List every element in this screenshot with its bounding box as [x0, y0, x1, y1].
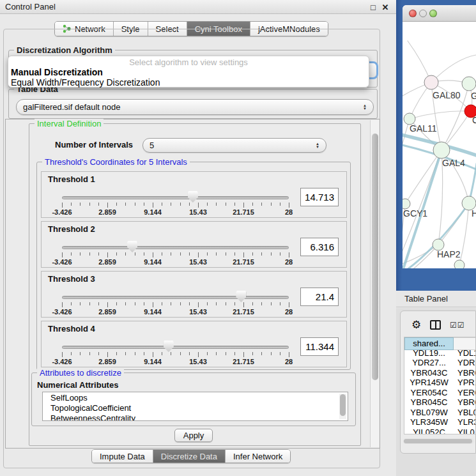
threshold-slider-thumb[interactable] [127, 241, 137, 252]
slider-tick [289, 302, 289, 307]
table-hscrollbar-thumb[interactable] [404, 439, 472, 443]
threshold-label: Threshold 1 [48, 174, 95, 184]
numerical-attributes-list[interactable]: SelfLoopsTopologicalCoefficientBetweenne… [42, 392, 348, 421]
table-row[interactable]: YER054CYER0 [404, 387, 475, 397]
algorithm-option[interactable]: Equal Width/Frequency Discretization [8, 77, 369, 88]
slider-tick [280, 203, 280, 206]
slider-tick [234, 203, 235, 206]
slider-tick [252, 302, 253, 305]
threshold-label: Threshold 2 [48, 224, 95, 234]
attributes-list-scrollbar[interactable] [339, 394, 346, 419]
attribute-list-item[interactable]: TopologicalCoefficient [43, 403, 348, 413]
slider-tick [216, 352, 217, 355]
threshold-value-field[interactable]: 11.344 [300, 337, 339, 356]
number-of-intervals-combo[interactable]: 5 ▲▼ [142, 138, 326, 153]
network-canvas[interactable]: GAL80GCGAL11GAL4GCY1HHAP2 [403, 22, 476, 268]
attribute-list-item[interactable]: BetweennessCentrality [43, 413, 348, 421]
float-window-icon[interactable]: □ [368, 3, 378, 13]
tab-label: Infer Network [233, 452, 282, 461]
threshold-panel: Threshold 1-3.4262.8599.14415.4321.71528… [41, 171, 347, 218]
threshold-slider-thumb[interactable] [164, 341, 174, 352]
slider-tick [116, 302, 117, 305]
table-row[interactable]: YPR145WYPR1 [404, 377, 475, 387]
slider-tick-label: 2.859 [98, 358, 116, 365]
table-row[interactable]: YBL079WYBL0 [404, 407, 475, 417]
table-row[interactable]: YDL19...YDL1 [404, 348, 475, 358]
control-panel-titlebar: Control Panel □ ✕ [0, 0, 396, 14]
slider-tick [226, 203, 226, 206]
table-header-row: shared...n [404, 337, 475, 348]
main-vertical-scrollbar[interactable] [370, 120, 379, 447]
close-traffic-light-icon[interactable] [409, 10, 417, 17]
slider-tick [80, 203, 81, 206]
slider-tick [135, 203, 135, 206]
network-node-label: GAL4 [442, 158, 465, 168]
threshold-value-field[interactable]: 14.713 [300, 188, 339, 206]
slider-tick [243, 352, 244, 357]
network-edge[interactable] [410, 111, 471, 119]
table-horizontal-scrollbar[interactable] [403, 438, 474, 444]
slider-tick [180, 203, 181, 206]
node-table[interactable]: shared...n YDL19...YDL1YDR27...YDR2YBR04… [404, 337, 475, 434]
attribute-list-item[interactable]: SelfLoops [43, 392, 348, 403]
threshold-slider-track[interactable] [62, 196, 289, 199]
threshold-slider-track[interactable] [62, 296, 289, 299]
threshold-slider-track[interactable] [62, 346, 289, 349]
slider-tick [289, 352, 289, 357]
slider-tick [252, 203, 253, 206]
threshold-value-field[interactable]: 6.316 [300, 238, 339, 256]
threshold-slider-thumb[interactable] [188, 191, 198, 203]
slider-tick [98, 252, 99, 256]
table-row[interactable]: YIL052CYIL0 [404, 427, 475, 435]
network-edge[interactable] [405, 150, 441, 204]
network-edge[interactable] [459, 203, 469, 265]
slider-tick [271, 302, 272, 305]
slider-tick [271, 203, 272, 206]
slider-tick-label: 9.144 [144, 308, 162, 316]
zoom-traffic-light-icon[interactable] [429, 10, 437, 17]
table-cell: YDR2 [454, 357, 475, 367]
network-node-gal4[interactable] [433, 142, 450, 158]
slider-tick-label: -3.426 [52, 258, 72, 266]
select-columns-icons[interactable]: ☑☑ [450, 321, 465, 330]
table-cell: YIL0 [454, 427, 475, 435]
table-row[interactable]: YBR045CYBR0 [404, 397, 475, 407]
slider-tick-label: 28 [285, 258, 293, 266]
tab-impute-data[interactable]: Impute Data [92, 450, 153, 463]
threshold-value-field[interactable]: 21.4 [300, 288, 339, 306]
table-row[interactable]: YDR27...YDR2 [404, 357, 475, 367]
network-node-gcy1[interactable] [403, 199, 410, 209]
intervals-combo-value: 5 [150, 141, 316, 150]
slider-tick [243, 302, 244, 307]
network-node-g[interactable] [462, 77, 476, 91]
close-panel-icon[interactable]: ✕ [380, 3, 390, 13]
algorithm-option[interactable]: Manual Discretization [8, 67, 369, 77]
table-panel: ⚙ ☑☑ shared...n YDL19...YDL1YDR27...YDR2… [400, 311, 476, 454]
attributes-group: Attributes to discretize Numerical Attri… [31, 372, 356, 426]
table-row[interactable]: YLR345WYLR3 [404, 417, 475, 427]
threshold-slider-thumb[interactable] [236, 291, 246, 302]
gear-icon[interactable]: ⚙ [411, 318, 421, 331]
network-node-gal80[interactable] [424, 75, 438, 89]
apply-button[interactable]: Apply [174, 429, 213, 442]
slider-tick [125, 302, 126, 305]
threshold-slider-track[interactable] [62, 246, 289, 249]
table-row[interactable]: YBR043CYBR0 [404, 367, 475, 378]
slider-tick-label: 28 [285, 308, 293, 316]
tab-discretize-data[interactable]: Discretize Data [153, 450, 226, 463]
slider-tick [261, 302, 262, 305]
slider-tick-label: 28 [285, 208, 293, 216]
slider-tick [125, 252, 126, 256]
table-data-combo[interactable]: galFiltered.sif default node ▲▼ [16, 99, 374, 115]
network-node-label: GCY1 [403, 208, 427, 219]
slider-tick [62, 252, 63, 257]
main-scrollbar-thumb[interactable] [372, 134, 378, 380]
slider-tick [80, 252, 81, 256]
split-columns-icon[interactable] [430, 320, 441, 330]
network-node[interactable] [454, 260, 464, 268]
minimize-traffic-light-icon[interactable] [419, 10, 427, 17]
tab-infer-network[interactable]: Infer Network [226, 450, 290, 463]
slider-tick [144, 203, 144, 206]
numerical-attributes-label: Numerical Attributes [37, 380, 118, 390]
attributes-scrollbar-thumb[interactable] [340, 394, 346, 416]
